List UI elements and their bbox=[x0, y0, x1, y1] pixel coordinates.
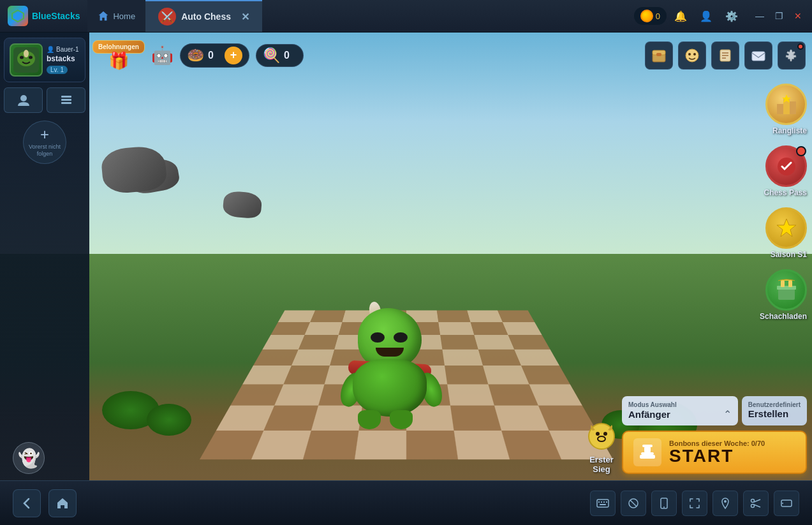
rank-label: Bauer-1 bbox=[56, 46, 79, 53]
settings-left-btn[interactable] bbox=[47, 87, 85, 113]
add-plus-icon: + bbox=[40, 127, 49, 142]
add-currency1-btn[interactable]: + bbox=[225, 47, 242, 64]
character-body bbox=[339, 295, 441, 423]
svg-rect-46 bbox=[600, 504, 606, 505]
bluestacks-logo-icon bbox=[8, 6, 28, 26]
mode-value: Anfänger bbox=[628, 409, 670, 420]
phone-landscape-btn[interactable] bbox=[774, 491, 799, 516]
back-btn[interactable] bbox=[13, 489, 41, 517]
currency-group-1: 🍩 0 + bbox=[180, 43, 249, 68]
bluestacks-logo[interactable]: BlueStacks bbox=[0, 6, 87, 26]
start-label: START bbox=[669, 447, 795, 465]
svg-rect-40 bbox=[640, 455, 655, 459]
svg-rect-42 bbox=[598, 501, 600, 503]
scissors-btn[interactable] bbox=[743, 491, 769, 516]
svg-rect-29 bbox=[778, 288, 795, 300]
gear-badge bbox=[797, 43, 804, 50]
start-text: Bonbons dieser Woche: 0/70 START bbox=[669, 440, 795, 465]
home-nav-btn[interactable] bbox=[48, 489, 77, 517]
custom-label: Benutzerdefiniert bbox=[748, 401, 801, 408]
right-panel: Rangliste Chess Pass Saison S1 bbox=[713, 84, 812, 321]
rangliste-label: Rangliste bbox=[772, 126, 807, 135]
svg-rect-9 bbox=[61, 99, 71, 101]
chess-pass-badge bbox=[796, 146, 806, 156]
creature-leg-left bbox=[358, 410, 381, 429]
saison-icon bbox=[765, 207, 807, 249]
svg-rect-37 bbox=[642, 445, 653, 447]
svg-rect-25 bbox=[790, 101, 796, 114]
svg-point-51 bbox=[724, 500, 727, 503]
add-friend-btn[interactable]: + Vorerst nicht folgen bbox=[23, 121, 66, 164]
coin-icon bbox=[640, 10, 653, 22]
top-hud: Belohnungen 🎁 🤖 🍩 0 + 🍭 0 bbox=[92, 38, 806, 73]
donut-icon: 🍩 bbox=[187, 47, 204, 64]
svg-line-54 bbox=[754, 499, 760, 502]
creature-eye-left bbox=[371, 332, 385, 343]
restore-btn[interactable]: ❐ bbox=[770, 7, 788, 25]
no-symbol-btn[interactable] bbox=[621, 491, 646, 516]
player-info: 👤 Bauer-1 bstacks Lv. 1 bbox=[4, 38, 85, 82]
scroll-hud-btn[interactable] bbox=[711, 41, 739, 70]
fullscreen-btn[interactable] bbox=[682, 491, 707, 516]
custom-mode-box[interactable]: Benutzerdefiniert Erstellen bbox=[742, 396, 807, 425]
close-btn[interactable]: ✕ bbox=[789, 7, 807, 25]
svg-rect-31 bbox=[781, 281, 785, 287]
game-tab-icon: ⚔️ bbox=[158, 8, 176, 26]
character-hud-icon[interactable]: 🤖 bbox=[151, 45, 173, 66]
svg-point-53 bbox=[751, 504, 755, 507]
mode-select-box[interactable]: Modus Auswahl Anfänger ⌃ bbox=[622, 396, 738, 425]
svg-rect-13 bbox=[656, 53, 661, 56]
minimize-btn[interactable]: — bbox=[751, 7, 769, 25]
bottom-nav-right bbox=[590, 491, 799, 516]
game-area: 👤 Bauer-1 bstacks Lv. 1 bbox=[0, 33, 812, 525]
game-tab[interactable]: ⚔️ Auto Chess ✕ bbox=[145, 0, 262, 32]
schachladen-icon bbox=[765, 269, 807, 311]
bottom-right-panel: Modus Auswahl Anfänger ⌃ Benutzerdefinie… bbox=[622, 396, 807, 474]
keyboard-btn[interactable] bbox=[590, 491, 616, 516]
chess-pass-label: Chess Pass bbox=[764, 188, 807, 197]
start-button[interactable]: Bonbons dieser Woche: 0/70 START bbox=[622, 431, 807, 474]
player-level: Lv. 1 bbox=[47, 66, 68, 74]
player-rank: 👤 Bauer-1 bbox=[47, 46, 80, 53]
face-hud-btn[interactable] bbox=[678, 41, 706, 70]
svg-point-34 bbox=[596, 432, 600, 436]
notification-btn[interactable]: 🔔 bbox=[669, 4, 692, 27]
svg-point-57 bbox=[782, 503, 783, 504]
rangliste-btn[interactable]: Rangliste bbox=[713, 84, 807, 135]
location-btn[interactable] bbox=[712, 491, 738, 516]
coin-display: 0 bbox=[634, 7, 667, 25]
svg-rect-43 bbox=[601, 501, 602, 503]
rewards-btn[interactable]: Belohnungen 🎁 bbox=[92, 40, 145, 71]
profile-btn[interactable] bbox=[4, 87, 43, 113]
mode-select-row: Modus Auswahl Anfänger ⌃ Benutzerdefinie… bbox=[622, 396, 807, 425]
erster-sieg-icon bbox=[586, 420, 617, 452]
saison-btn[interactable]: Saison S1 bbox=[713, 207, 807, 259]
left-panel: 👤 Bauer-1 bstacks Lv. 1 bbox=[0, 33, 89, 525]
lollipop-icon: 🍭 bbox=[263, 47, 280, 64]
gear-hud-btn[interactable] bbox=[778, 41, 806, 70]
mail-hud-btn[interactable] bbox=[744, 41, 772, 70]
svg-point-14 bbox=[686, 49, 698, 62]
rangliste-icon bbox=[765, 84, 807, 125]
svg-rect-39 bbox=[641, 452, 654, 455]
settings-btn[interactable]: ⚙️ bbox=[720, 4, 743, 27]
svg-line-48 bbox=[630, 500, 637, 507]
account-btn[interactable]: 👤 bbox=[695, 4, 718, 27]
creature-eye-right bbox=[394, 332, 408, 343]
chess-pass-btn[interactable]: Chess Pass bbox=[713, 145, 807, 197]
mode-select-label: Modus Auswahl bbox=[628, 401, 732, 408]
tab-close-btn[interactable]: ✕ bbox=[241, 11, 249, 23]
chest-hud-btn[interactable] bbox=[645, 41, 673, 70]
svg-marker-1 bbox=[14, 12, 22, 20]
rock-3 bbox=[100, 145, 168, 195]
svg-point-52 bbox=[751, 499, 755, 502]
schachladen-btn[interactable]: Schachladen bbox=[713, 269, 807, 321]
svg-point-4 bbox=[20, 56, 24, 59]
svg-line-55 bbox=[754, 505, 760, 507]
svg-rect-45 bbox=[606, 501, 607, 503]
ghost-icon[interactable]: 👻 bbox=[13, 442, 45, 474]
svg-rect-38 bbox=[644, 447, 651, 452]
home-tab[interactable]: Home bbox=[87, 0, 145, 32]
phone-portrait-btn[interactable] bbox=[651, 491, 677, 516]
player-avatar[interactable] bbox=[10, 43, 43, 77]
